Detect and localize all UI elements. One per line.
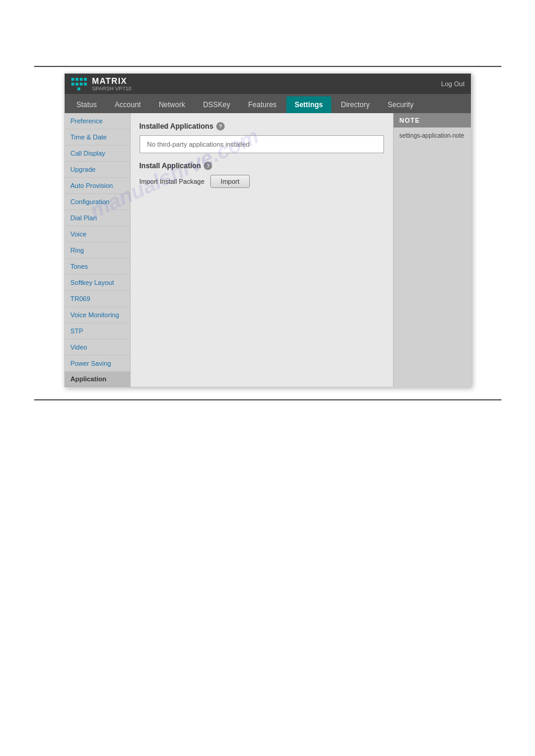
sidebar-item-call-display[interactable]: Call Display [65,145,130,162]
tab-settings[interactable]: Settings [286,96,331,113]
sidebar: Preference Time & Date Call Display Upgr… [65,113,131,387]
tab-network[interactable]: Network [150,96,194,113]
logo-text: MATRIX SPARSH VP710 [92,76,132,92]
tab-dsskey[interactable]: DSSKey [195,96,238,113]
import-button[interactable]: Import [210,175,249,188]
install-app-title: Install Application ? [140,162,384,170]
bottom-divider [34,399,501,400]
sidebar-item-power-saving[interactable]: Power Saving [65,356,130,372]
install-app-help-icon[interactable]: ? [204,162,212,170]
sidebar-item-tr069[interactable]: TR069 [65,291,130,307]
logo-model: SPARSH VP710 [92,86,132,92]
tab-directory[interactable]: Directory [333,96,378,113]
sidebar-item-auto-provision[interactable]: Auto Provision [65,178,130,194]
content-area: manualshrve.com Installed Applications ?… [131,113,393,387]
tab-security[interactable]: Security [379,96,422,113]
matrix-logo-icon [71,77,87,90]
note-panel: NOTE settings-application-note [393,113,471,387]
note-content: settings-application-note [394,127,471,144]
app-container: MATRIX SPARSH VP710 Log Out Status Accou… [64,73,471,387]
top-divider [34,66,501,67]
sidebar-section-label: Application [65,372,130,387]
main-content-wrapper: Preference Time & Date Call Display Upgr… [65,113,471,387]
sidebar-item-time-date[interactable]: Time & Date [65,129,130,145]
import-package-label: Import Install Package [140,178,205,185]
installed-apps-title: Installed Applications ? [140,122,384,130]
sidebar-item-ring[interactable]: Ring [65,242,130,259]
install-row: Import Install Package Import [140,175,384,188]
sidebar-item-voice-monitoring[interactable]: Voice Monitoring [65,307,130,323]
sidebar-item-dial-plan[interactable]: Dial Plan [65,210,130,226]
tab-account[interactable]: Account [107,96,149,113]
sidebar-item-configuration[interactable]: Configuration [65,194,130,210]
tab-features[interactable]: Features [240,96,285,113]
sidebar-item-upgrade[interactable]: Upgrade [65,162,130,178]
tab-status[interactable]: Status [68,96,105,113]
sidebar-item-softkey-layout[interactable]: Softkey Layout [65,275,130,291]
logout-button[interactable]: Log Out [441,80,464,87]
logo-section: MATRIX SPARSH VP710 [71,76,132,92]
note-header: NOTE [394,113,471,127]
sidebar-item-video[interactable]: Video [65,339,130,356]
no-apps-message: No third-party applications installed [147,141,250,148]
sidebar-item-tones[interactable]: Tones [65,259,130,275]
installed-apps-display: No third-party applications installed [140,135,384,153]
header-bar: MATRIX SPARSH VP710 Log Out [65,74,471,94]
sidebar-item-stp[interactable]: STP [65,323,130,339]
logo-name: MATRIX [92,76,132,86]
sidebar-item-voice[interactable]: Voice [65,226,130,242]
installed-apps-help-icon[interactable]: ? [216,122,225,130]
nav-tabs: Status Account Network DSSKey Features S… [65,94,471,113]
sidebar-item-preference[interactable]: Preference [65,113,130,129]
